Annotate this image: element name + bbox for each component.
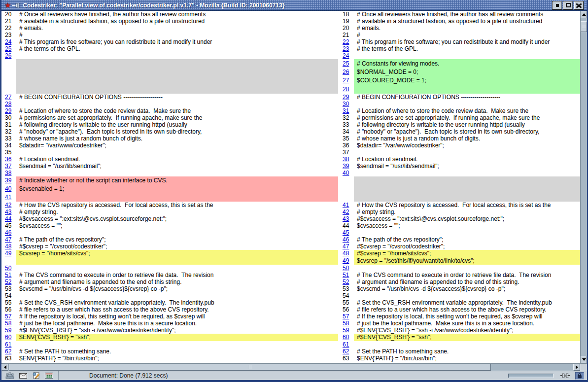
line-number-link[interactable]: 39 bbox=[343, 163, 349, 170]
line-number-link[interactable]: 62 bbox=[343, 348, 349, 355]
vertical-scrollbar[interactable] bbox=[580, 11, 587, 363]
scroll-down-button[interactable] bbox=[581, 356, 587, 363]
line-number-gutter: 60 bbox=[1, 334, 16, 341]
line-number-link[interactable]: 47 bbox=[343, 243, 349, 250]
code-line bbox=[354, 85, 580, 94]
line-number-link[interactable]: 52 bbox=[5, 278, 11, 285]
line-number-link[interactable]: 57 bbox=[5, 313, 11, 320]
line-number-gutter: 57 bbox=[339, 313, 354, 320]
vertical-scroll-thumb[interactable] bbox=[581, 21, 587, 32]
line-number-link[interactable]: 39 bbox=[5, 177, 11, 184]
line-number-link[interactable]: 24 bbox=[5, 38, 11, 45]
line-number-link[interactable]: 59 bbox=[343, 327, 349, 334]
line-number-link[interactable]: 25 bbox=[5, 45, 11, 52]
line-number-gutter bbox=[1, 76, 16, 85]
line-number: 53 bbox=[343, 285, 349, 292]
line-number-link[interactable]: 27 bbox=[5, 94, 11, 101]
line-number-link[interactable]: 26 bbox=[5, 52, 11, 59]
line-number-link[interactable]: 43 bbox=[343, 215, 349, 222]
horizontal-scroll-track[interactable] bbox=[8, 364, 573, 371]
line-number: 18 bbox=[343, 11, 349, 18]
line-number-link[interactable]: 28 bbox=[5, 101, 11, 107]
line-number-gutter: 48 bbox=[339, 250, 354, 257]
line-number-link[interactable]: 61 bbox=[343, 341, 349, 348]
title-bar[interactable]: ★ Codestriker: "Parallel view of codestr… bbox=[1, 0, 587, 11]
line-number-link[interactable]: 46 bbox=[343, 236, 349, 243]
line-number-link[interactable]: 25 bbox=[343, 60, 349, 67]
maximize-button[interactable] bbox=[563, 1, 573, 9]
diff-row: 34$datadir= "/var/www/codestriker";36$da… bbox=[1, 142, 580, 149]
line-number-link[interactable]: 41 bbox=[343, 202, 349, 208]
line-number-link[interactable]: 59 bbox=[5, 327, 11, 334]
up-arrow-icon bbox=[582, 13, 586, 16]
line-number-link[interactable]: 49 bbox=[343, 257, 349, 264]
line-number-link[interactable]: 37 bbox=[5, 163, 11, 170]
line-number-link[interactable]: 41 bbox=[5, 194, 11, 201]
code-line: #$ENV{'CVS_RSH'} = "ssh -i /var/www/code… bbox=[16, 327, 338, 334]
line-number-link[interactable]: 22 bbox=[343, 38, 349, 45]
line-number-link[interactable]: 52 bbox=[343, 278, 349, 285]
line-number-gutter: 58 bbox=[339, 320, 354, 327]
line-number-gutter: 54 bbox=[1, 292, 16, 299]
line-number-link[interactable]: 48 bbox=[5, 243, 11, 250]
line-number-link[interactable]: 24 bbox=[343, 52, 349, 59]
line-number-link[interactable]: 49 bbox=[5, 250, 11, 257]
line-number-link[interactable]: 40 bbox=[5, 185, 11, 192]
line-number-link[interactable]: 23 bbox=[343, 45, 349, 52]
line-number-link[interactable]: 60 bbox=[343, 334, 349, 341]
line-number-link[interactable]: 46 bbox=[5, 229, 11, 236]
line-number-link[interactable]: 47 bbox=[5, 236, 11, 243]
pin-icon[interactable] bbox=[12, 1, 20, 10]
line-number-link[interactable]: 51 bbox=[5, 272, 11, 278]
line-number-link[interactable]: 28 bbox=[343, 86, 349, 93]
line-number-link[interactable]: 48 bbox=[343, 250, 349, 257]
line-number-link[interactable]: 50 bbox=[5, 265, 11, 272]
horizontal-scrollbar[interactable] bbox=[1, 364, 580, 371]
code-line: #$cvsrep = "/cvsroot/codestriker"; bbox=[16, 243, 338, 250]
line-number-link[interactable]: 57 bbox=[343, 313, 349, 320]
line-number-link[interactable]: 45 bbox=[343, 229, 349, 236]
line-number-gutter: 51 bbox=[339, 272, 354, 278]
line-number-link[interactable]: 60 bbox=[5, 334, 11, 341]
line-number-link[interactable]: 61 bbox=[5, 341, 11, 348]
line-number-link[interactable]: 26 bbox=[343, 69, 349, 75]
security-lock-icon[interactable] bbox=[575, 372, 584, 380]
line-number-link[interactable]: 30 bbox=[343, 101, 349, 107]
line-number-link[interactable]: 50 bbox=[343, 265, 349, 272]
minimize-button[interactable] bbox=[553, 1, 562, 9]
scroll-right-button[interactable] bbox=[573, 364, 580, 371]
navigator-icon[interactable] bbox=[5, 372, 14, 379]
line-number-link[interactable]: 58 bbox=[5, 320, 11, 327]
line-number-link[interactable]: 62 bbox=[5, 348, 11, 355]
offline-icon[interactable] bbox=[560, 373, 570, 378]
line-number-link[interactable]: 31 bbox=[343, 107, 349, 114]
code-line: # following directory is writable to the… bbox=[354, 121, 580, 128]
line-number-link[interactable]: 51 bbox=[343, 272, 349, 278]
line-number-link[interactable]: 43 bbox=[5, 208, 11, 215]
line-number-gutter: 23 bbox=[339, 45, 354, 52]
line-number: 33 bbox=[5, 135, 11, 142]
addressbook-icon[interactable] bbox=[45, 373, 53, 379]
scroll-up-button[interactable] bbox=[581, 11, 587, 18]
mail-icon[interactable] bbox=[19, 373, 27, 379]
line-number-link[interactable]: 44 bbox=[5, 215, 11, 222]
line-number-link[interactable]: 29 bbox=[5, 107, 11, 114]
line-number-link[interactable]: 42 bbox=[5, 202, 11, 208]
line-number-link[interactable]: 36 bbox=[5, 156, 11, 163]
vertical-scroll-track[interactable] bbox=[581, 18, 587, 356]
line-number-link[interactable]: 42 bbox=[343, 208, 349, 215]
line-number: 34 bbox=[343, 128, 349, 135]
line-number-link[interactable]: 29 bbox=[343, 94, 349, 101]
horizontal-scroll-thumb[interactable] bbox=[9, 364, 491, 371]
line-number-link[interactable]: 27 bbox=[343, 77, 349, 84]
line-number: 23 bbox=[5, 32, 11, 38]
close-button[interactable] bbox=[574, 1, 584, 9]
composer-icon[interactable] bbox=[32, 372, 40, 379]
line-number-link[interactable]: 40 bbox=[343, 170, 349, 176]
line-number-link[interactable]: 58 bbox=[343, 320, 349, 327]
diff-row: 62# Set the PATH to something sane.62# S… bbox=[1, 348, 580, 355]
line-number-link[interactable]: 38 bbox=[5, 170, 11, 176]
line-number-link[interactable]: 38 bbox=[343, 156, 349, 163]
scroll-left-button[interactable] bbox=[1, 364, 8, 371]
line-number-gutter: 38 bbox=[339, 156, 354, 163]
